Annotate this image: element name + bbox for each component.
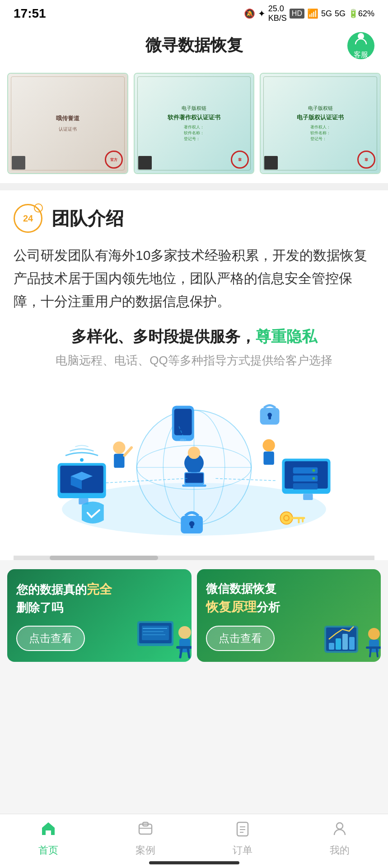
certificate-card-2[interactable]: 电子版权链 软件著作权认证证书 著作权人： 软件名称： 登记号： 章 [134, 73, 255, 174]
promo-cards-section: 您的数据真的完全删除了吗 点击查看 [0, 560, 388, 671]
svg-rect-46 [191, 524, 193, 528]
promo-card-2-button[interactable]: 点击查看 [206, 626, 275, 651]
svg-line-71 [370, 649, 371, 656]
scroll-track [50, 556, 158, 560]
page-title: 微寻数据恢复 [145, 34, 243, 57]
home-icon [40, 821, 56, 841]
svg-rect-67 [349, 637, 355, 650]
bluetooth-icon: ✦ [258, 8, 266, 19]
team-section: 24 团队介绍 公司研发团队有海外10多家技术经验积累，开发的数据恢复产品技术居… [0, 190, 388, 560]
promo-card-1[interactable]: 您的数据真的完全删除了吗 点击查看 [7, 569, 192, 662]
promo-card-1-highlight: 完全 [87, 582, 112, 596]
svg-point-31 [313, 469, 315, 472]
service-sub: 电脑远程、电话、QQ等多种指导方式提供给客户选择 [14, 353, 374, 368]
svg-rect-38 [268, 415, 271, 420]
svg-line-16 [125, 448, 132, 456]
svg-line-61 [188, 649, 189, 657]
tech-illustration-svg [14, 379, 374, 551]
svg-rect-13 [182, 485, 206, 487]
signal-icon-2: 5G [335, 9, 346, 19]
nav-item-home[interactable]: 首页 [0, 821, 97, 857]
nav-item-cases[interactable]: 案例 [97, 821, 194, 857]
home-indicator [149, 861, 239, 864]
svg-rect-66 [342, 634, 348, 650]
wifi-icon: 📶 [307, 8, 318, 19]
battery-icon: 🔋62% [348, 9, 374, 19]
svg-rect-70 [366, 646, 381, 649]
svg-point-9 [188, 447, 200, 459]
customer-service-label: 客服 [354, 50, 368, 60]
svg-point-14 [113, 441, 125, 453]
nav-label-mine: 我的 [330, 844, 350, 857]
svg-line-72 [377, 649, 378, 656]
avatar-icon [354, 32, 368, 49]
scroll-indicator [14, 556, 374, 560]
nav-item-orders[interactable]: 订单 [194, 821, 291, 857]
service-headline-text: 多样化、多时段提供服务， [71, 328, 256, 345]
tech-illustration [14, 379, 374, 551]
status-icons: 🔕 ✦ 25.0KB/S HD 📶 5G 5G 🔋62% [244, 4, 374, 23]
svg-point-47 [80, 458, 84, 462]
promo-card-1-button[interactable]: 点击查看 [16, 626, 85, 651]
certificate-card-1[interactable]: 哦传誉道 认证证书 官方 [7, 73, 128, 174]
speed-indicator: 25.0KB/S [268, 4, 287, 23]
header: 微寻数据恢复 客服 [0, 27, 388, 64]
nav-label-orders: 订单 [233, 844, 252, 857]
promo-card-2-highlight: 恢复原理 [206, 600, 257, 614]
svg-rect-10 [187, 459, 201, 472]
svg-rect-27 [303, 494, 313, 500]
promo-card-2-text: 微信数据恢复恢复原理分析 [206, 580, 372, 617]
svg-rect-12 [185, 473, 203, 483]
mine-icon [332, 821, 348, 841]
nav-spacer [0, 671, 388, 730]
svg-rect-53 [142, 626, 169, 640]
certificates-section: 哦传誉道 认证证书 官方 电子版权链 软件著作权认证证书 著作权人： 软件名称：… [0, 64, 388, 183]
cert-stamp-3: 章 [357, 151, 375, 169]
svg-point-32 [313, 477, 315, 480]
svg-rect-59 [176, 646, 192, 649]
signal-icon: 5G [321, 9, 332, 19]
svg-rect-64 [329, 643, 334, 650]
service-headline-highlight: 尊重隐私 [256, 328, 317, 345]
promo-card-2[interactable]: 微信数据恢复恢复原理分析 点击查看 [197, 569, 381, 662]
svg-point-17 [263, 439, 275, 452]
certificate-card-3[interactable]: 电子版权链 电子版权认证证书 著作权人： 软件名称： 登记号： 章 [260, 73, 381, 174]
24h-badge: 24 [14, 204, 42, 233]
svg-rect-34 [174, 409, 192, 435]
svg-rect-15 [114, 454, 124, 468]
svg-line-60 [180, 649, 182, 657]
nav-label-home: 首页 [38, 844, 58, 857]
svg-point-68 [368, 628, 380, 640]
cert-stamp-1: 官方 [105, 151, 123, 169]
status-bar: 17:51 🔕 ✦ 25.0KB/S HD 📶 5G 5G 🔋62% [0, 0, 388, 27]
badge-text: 24 [23, 213, 33, 224]
svg-point-39 [280, 512, 292, 524]
customer-service-button[interactable]: 客服 [347, 32, 374, 59]
service-headline: 多样化、多时段提供服务，尊重隐私 [14, 326, 374, 347]
orders-icon [234, 821, 251, 841]
cases-icon [137, 821, 154, 841]
bottom-navigation: 首页 案例 订单 我的 [0, 814, 388, 868]
nav-item-mine[interactable]: 我的 [291, 821, 388, 857]
hd-badge: HD [290, 9, 304, 19]
section-title: 团队介绍 [51, 206, 124, 231]
promo-card-1-text: 您的数据真的完全删除了吗 [16, 580, 182, 617]
section-heading: 24 团队介绍 [14, 204, 374, 233]
team-description: 公司研发团队有海外10多家技术经验积累，开发的数据恢复产品技术居于国内领先地位，… [14, 244, 374, 313]
mute-icon: 🔕 [244, 8, 255, 19]
section-divider [0, 183, 388, 190]
status-time: 17:51 [14, 6, 46, 21]
svg-point-57 [178, 626, 191, 639]
svg-rect-30 [293, 483, 318, 490]
nav-label-cases: 案例 [136, 844, 155, 857]
svg-rect-18 [263, 452, 274, 465]
svg-point-80 [337, 823, 343, 829]
svg-rect-65 [336, 638, 341, 650]
